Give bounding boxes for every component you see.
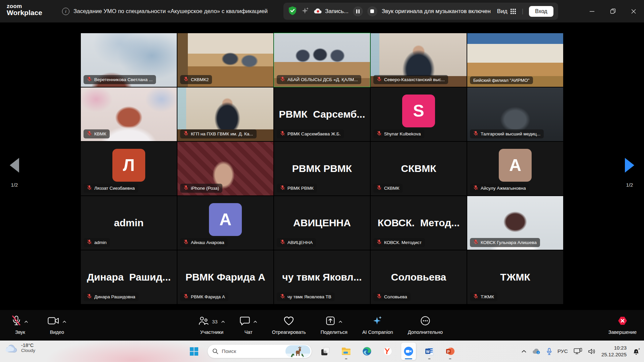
participant-tile[interactable]: АБАЙ ОБЛЫСЫ ДСБ «Д. ҚАЛМ... — [274, 33, 370, 87]
chevron-up-icon[interactable] — [253, 318, 257, 324]
encryption-shield-icon[interactable] — [288, 6, 297, 17]
participant-tile[interactable]: Веретенникова Светлана ... — [80, 33, 177, 87]
participant-name-tag: Веретенникова Светлана ... — [84, 75, 156, 84]
weather-widget[interactable]: -18°C Cloudy — [5, 343, 35, 353]
word-app-icon[interactable]: W — [422, 343, 437, 360]
microphone-tray-icon[interactable] — [547, 348, 552, 355]
participant-tile[interactable]: РВМК РВМКРВМК РВМК — [274, 141, 370, 196]
strip-divider: | — [522, 8, 524, 15]
cast-device-tray-icon[interactable] — [574, 348, 582, 355]
meeting-info-icon[interactable]: i — [62, 8, 69, 15]
ai-toolbar-button[interactable]: AI Companion — [362, 310, 393, 341]
muted-mic-icon — [87, 185, 92, 191]
task-view-icon[interactable] — [318, 343, 333, 360]
participant-name-label: РВМК Сарсембаева Ж.Б. — [287, 131, 341, 136]
audio-toolbar-button[interactable]: Звук — [12, 310, 28, 341]
participant-name-label: КОВСК. Методист — [384, 240, 422, 245]
end-icon — [618, 316, 628, 327]
participant-tile[interactable]: ЛЛяззат Сиезбаевна — [80, 141, 177, 196]
participant-name-label: АВИЦЕННА — [287, 240, 313, 245]
participant-tile[interactable]: ААйнаш Анарова — [177, 196, 274, 250]
file-explorer-icon[interactable] — [339, 343, 354, 360]
participant-avatar: Л — [112, 149, 145, 182]
participant-tile[interactable]: КГП на ПХВ ГВМК им. Д. Ка... — [177, 87, 274, 141]
toolbar-button-label: Участники — [200, 329, 223, 335]
muted-mic-icon — [183, 131, 189, 137]
participant-tile[interactable]: АВИЦЕННААВИЦЕННА — [274, 196, 370, 250]
participant-name-tag: Бийский филиал "АИРМО" — [470, 76, 533, 84]
powerpoint-app-icon[interactable]: P — [443, 343, 458, 360]
clock-widget[interactable]: 10:23 25.12.2025 — [601, 345, 627, 358]
tray-time: 10:23 — [601, 345, 627, 351]
share-toolbar-button[interactable]: Поделиться — [321, 310, 347, 341]
participant-tile[interactable]: РВМК Сарсемб...РВМК Сарсембаева Ж.Б. — [274, 87, 370, 141]
minimize-button[interactable] — [582, 0, 602, 22]
chevron-up-icon[interactable] — [24, 318, 28, 324]
chevron-up-icon[interactable] — [221, 318, 225, 324]
participant-tile[interactable]: КОВСК. Метод...КОВСК. Методист — [370, 196, 467, 250]
windows-taskbar: -18°C Cloudy Поиск — [0, 341, 644, 362]
more-toolbar-button[interactable]: Дополнительно — [408, 310, 443, 341]
participant-tile[interactable]: ААйсулу Ажмагыновна — [467, 141, 564, 196]
start-button[interactable] — [186, 343, 201, 360]
stop-recording-button[interactable] — [367, 6, 377, 16]
language-indicator[interactable]: РУС — [557, 348, 568, 354]
muted-mic-icon — [87, 294, 92, 300]
notifications-dnd-bell-icon[interactable]: zz — [632, 347, 641, 355]
previous-page-control[interactable]: 1/2 — [3, 158, 26, 188]
participant-tile[interactable]: SShynar Kulbekova — [370, 87, 467, 141]
participant-tile[interactable]: СоловьеваСоловьева — [370, 250, 467, 304]
participant-tile[interactable]: КОВСК Гульнара Алишева — [467, 196, 564, 250]
ai-sparkle-icon[interactable] — [301, 7, 309, 16]
participant-tile[interactable]: Талгарский высший медиц... — [467, 87, 564, 141]
end-toolbar-button[interactable]: Завершение — [608, 310, 637, 341]
participant-tile[interactable]: СКВМКСКВМК — [370, 141, 467, 196]
muted-mic-icon — [377, 76, 382, 83]
participant-name-tag: Айсулу Ажмагыновна — [470, 184, 529, 193]
participant-tile[interactable]: Динара Рашид...Динара Рашидовна — [80, 250, 177, 304]
search-seasonal-deer-icon[interactable] — [285, 345, 310, 357]
participant-name-tag: КГП на ПХВ ГВМК им. Д. Ка... — [180, 129, 257, 138]
participant-name-tag: Ляззат Сиезбаевна — [84, 184, 138, 193]
yandex-browser-icon[interactable] — [380, 343, 395, 360]
gallery-grid-icon — [510, 8, 516, 14]
participant-name-label: РВМК Фарида А — [191, 294, 225, 299]
participant-name-tag: РВМК Сарсембаева Ж.Б. — [277, 129, 344, 138]
zoom-app-icon[interactable] — [401, 343, 416, 360]
participants-toolbar-button[interactable]: 33Участники — [199, 310, 225, 341]
chevron-up-icon[interactable] — [62, 318, 66, 324]
pause-recording-button[interactable] — [353, 6, 363, 16]
view-button[interactable]: Вид — [497, 8, 516, 15]
participant-tile[interactable]: Северо-Казахстанский выс... — [370, 33, 467, 87]
participant-tile[interactable]: КВМК — [80, 87, 177, 141]
participant-name-label: Соловьева — [384, 294, 407, 299]
next-page-arrow-icon[interactable] — [625, 158, 634, 173]
participant-name-label: Веретенникова Светлана ... — [94, 77, 153, 82]
video-toolbar-button[interactable]: Видео — [48, 310, 66, 341]
tray-overflow-chevron-icon[interactable] — [521, 350, 527, 353]
participant-tile[interactable]: СКВМК2 — [177, 33, 274, 87]
volume-tray-icon[interactable] — [588, 348, 596, 355]
edge-browser-icon[interactable] — [360, 343, 374, 360]
participant-tile[interactable]: Бийский филиал "АИРМО" — [467, 33, 564, 87]
participant-name-label: КВМК — [94, 131, 106, 136]
next-page-control[interactable]: 1/2 — [618, 158, 641, 188]
taskbar-search-input[interactable]: Поиск — [207, 344, 312, 358]
restore-button[interactable] — [602, 0, 623, 22]
chat-toolbar-button[interactable]: Чат — [240, 310, 257, 341]
chevron-up-icon[interactable] — [338, 318, 342, 324]
previous-page-arrow-icon[interactable] — [10, 158, 19, 173]
participant-name-tag: ТЖМК — [470, 292, 497, 301]
participant-tile[interactable]: iPhone (Роза) — [177, 141, 274, 196]
participant-name-label: КГП на ПХВ ГВМК им. Д. Ка... — [191, 131, 253, 136]
participant-tile[interactable]: чу твмк Яковл...чу твмк Яковлева ТВ — [274, 250, 370, 304]
share-icon — [326, 316, 335, 327]
participant-name-label: iPhone (Роза) — [191, 186, 219, 191]
close-button[interactable] — [623, 0, 644, 22]
signin-button[interactable]: Вход — [529, 6, 553, 17]
participant-tile[interactable]: ТЖМКТЖМК — [467, 250, 564, 304]
participant-tile[interactable]: adminadmin — [80, 196, 177, 250]
react-toolbar-button[interactable]: Отреагировать — [272, 310, 306, 341]
onedrive-tray-icon[interactable]: i — [532, 348, 541, 354]
participant-tile[interactable]: РВМК Фарида АРВМК Фарида А — [177, 250, 274, 304]
